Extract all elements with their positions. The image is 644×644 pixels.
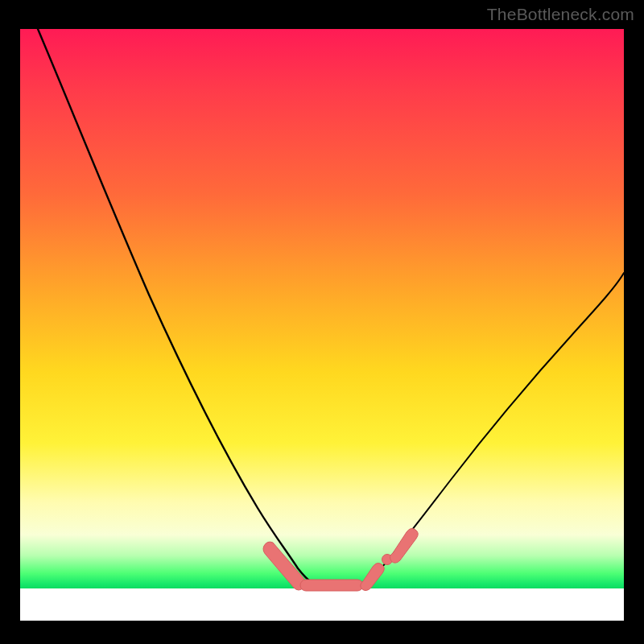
right-curve <box>362 273 624 583</box>
chart-svg <box>20 29 624 621</box>
marker-group <box>263 529 418 591</box>
right-ascend-blob-1 <box>361 564 385 591</box>
right-ascend-blob-2 <box>390 529 418 564</box>
outer-frame: TheBottleneck.com <box>0 0 644 644</box>
valley-floor-blob <box>300 580 363 591</box>
left-curve <box>38 29 312 583</box>
plot-area <box>20 29 624 621</box>
watermark-text: TheBottleneck.com <box>487 5 634 24</box>
